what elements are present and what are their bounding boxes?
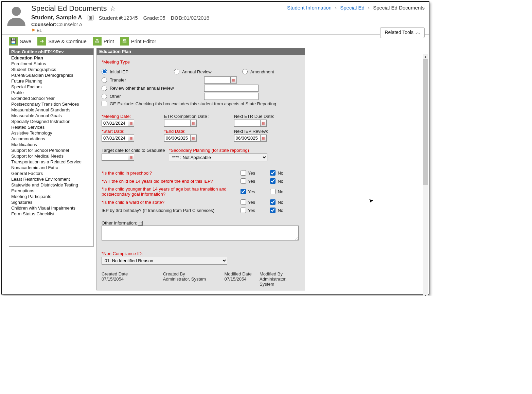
outline-item[interactable]: Measurable Annual Standards bbox=[9, 107, 93, 113]
radio-annual-label: Annual Review bbox=[182, 69, 212, 74]
student-num: 12345 bbox=[124, 15, 138, 21]
outline-item[interactable]: Support for School Personnel bbox=[9, 147, 93, 153]
outline-item[interactable]: Form Status Checklist bbox=[9, 211, 93, 217]
question-label: IEP by 3rd birthday? (If transitioning f… bbox=[102, 208, 241, 213]
yes-checkbox[interactable] bbox=[241, 170, 246, 176]
no-checkbox[interactable] bbox=[270, 189, 276, 194]
other-info-textarea[interactable] bbox=[102, 226, 299, 240]
outline-item[interactable]: Postsecondary Transition Services bbox=[9, 101, 93, 107]
outline-item[interactable]: Signatures bbox=[9, 199, 93, 205]
secondary-planning-select[interactable]: **** : Not Applicable bbox=[169, 154, 267, 161]
calendar-icon[interactable]: ▦ bbox=[191, 135, 197, 142]
no-checkbox[interactable] bbox=[270, 199, 276, 205]
outline-item[interactable]: Accommodations bbox=[9, 136, 93, 142]
scroll-down-icon[interactable]: ▾ bbox=[423, 292, 428, 296]
created-date-value: 07/15/2054 bbox=[102, 276, 163, 282]
plan-outline: Plan Outline ohIEP19Rev Education PlanEn… bbox=[9, 48, 94, 247]
next-etr-label: Next ETR Due Date: bbox=[234, 114, 274, 119]
outline-item[interactable]: Transportation as a Related Service bbox=[9, 159, 93, 165]
other-input[interactable] bbox=[204, 93, 259, 100]
outline-item[interactable]: Assistive Technology bbox=[9, 130, 93, 136]
radio-amendment[interactable] bbox=[242, 69, 248, 74]
noncompliance-select[interactable]: 01: No Identified Reason bbox=[102, 257, 227, 265]
outline-item[interactable]: Modifications bbox=[9, 142, 93, 147]
outline-item[interactable]: Student Demographics bbox=[9, 67, 93, 72]
yes-checkbox[interactable] bbox=[241, 189, 246, 194]
calendar-icon[interactable]: ▦ bbox=[191, 120, 197, 127]
student-name: Student, Sample A bbox=[31, 14, 82, 21]
save-button[interactable]: 💾 Save bbox=[9, 37, 31, 46]
chevron-up-icon: ︿ bbox=[415, 30, 420, 35]
outline-item[interactable]: Meeting Participants bbox=[9, 194, 93, 199]
yes-checkbox[interactable] bbox=[241, 178, 246, 184]
outline-item[interactable]: Exemptions bbox=[9, 188, 93, 194]
calendar-icon[interactable]: ▦ bbox=[231, 76, 237, 84]
radio-initial-iep[interactable] bbox=[102, 69, 107, 74]
transfer-date-input[interactable] bbox=[204, 76, 231, 84]
yes-checkbox[interactable] bbox=[241, 199, 246, 205]
calendar-icon[interactable]: ▦ bbox=[128, 120, 134, 127]
next-iep-input[interactable] bbox=[234, 135, 261, 142]
outline-item[interactable]: Future Planning bbox=[9, 78, 93, 84]
related-tools-button[interactable]: Related Tools︿ bbox=[380, 27, 425, 38]
meeting-date-input[interactable] bbox=[102, 120, 128, 127]
radio-review-other[interactable] bbox=[102, 86, 107, 91]
expand-icon[interactable]: ⬚ bbox=[138, 221, 143, 226]
outline-item[interactable]: Education Plan bbox=[9, 55, 93, 61]
meeting-type-label: *Meeting Type bbox=[102, 59, 300, 65]
outline-item[interactable]: Profile bbox=[9, 90, 93, 95]
etr-completion-input[interactable] bbox=[164, 120, 191, 127]
star-icon[interactable]: ☆ bbox=[110, 4, 116, 13]
radio-other[interactable] bbox=[102, 94, 107, 99]
outline-item[interactable]: Parent/Guardian Demographics bbox=[9, 72, 93, 78]
radio-annual-review[interactable] bbox=[174, 69, 179, 74]
next-etr-input[interactable] bbox=[234, 120, 261, 127]
calendar-icon[interactable]: ▦ bbox=[261, 135, 267, 142]
radio-amendment-label: Amendment bbox=[250, 69, 274, 74]
ge-exclude-label: GE Exclude: Checking this box excludes t… bbox=[110, 101, 276, 106]
start-date-input[interactable] bbox=[102, 135, 128, 142]
no-checkbox[interactable] bbox=[270, 170, 276, 176]
no-checkbox[interactable] bbox=[270, 208, 276, 213]
outline-item[interactable]: General Factors bbox=[9, 171, 93, 176]
target-grad-input[interactable] bbox=[102, 154, 128, 161]
ge-exclude-checkbox[interactable] bbox=[102, 101, 107, 106]
calendar-icon[interactable]: ▦ bbox=[261, 120, 267, 127]
noncompliance-label: *Non Compliance ID: bbox=[102, 251, 300, 256]
calendar-icon[interactable]: ▦ bbox=[128, 154, 134, 161]
no-checkbox[interactable] bbox=[270, 178, 276, 184]
target-grad-label: Target date for child to Graduate bbox=[102, 148, 165, 153]
scroll-thumb[interactable] bbox=[423, 59, 428, 185]
outline-item[interactable]: Specially Designed Instruction bbox=[9, 119, 93, 124]
review-other-input[interactable] bbox=[204, 85, 259, 92]
other-info-label: Other Information:⬚ bbox=[102, 220, 143, 226]
breadcrumb-link-2[interactable]: Special Ed bbox=[340, 5, 365, 11]
yes-label: Yes bbox=[248, 171, 255, 176]
calendar-icon[interactable]: ▦ bbox=[128, 135, 134, 142]
outline-item[interactable]: Enrollment Status bbox=[9, 61, 93, 67]
breadcrumb-link-1[interactable]: Student Information bbox=[287, 5, 332, 11]
outline-item[interactable]: Nonacademic and Extra. bbox=[9, 165, 93, 171]
breadcrumb-current: Special Ed Documents bbox=[373, 5, 425, 11]
outline-item[interactable]: Least Restrictive Environment bbox=[9, 176, 93, 182]
end-date-input[interactable] bbox=[164, 135, 191, 142]
print-editor-button[interactable]: 🖶 Print Editor bbox=[120, 37, 156, 46]
outline-item[interactable]: Extended School Year bbox=[9, 95, 93, 101]
modified-by-label: Modified By bbox=[260, 271, 300, 276]
outline-item[interactable]: Related Services bbox=[9, 124, 93, 130]
scrollbar[interactable]: ▴ ▾ bbox=[423, 59, 428, 292]
outline-item[interactable]: Statewide and Districtwide Testing bbox=[9, 182, 93, 188]
save-continue-button[interactable]: ➜ Save & Continue bbox=[37, 37, 87, 46]
outline-item[interactable]: Support for Medical Needs bbox=[9, 153, 93, 159]
yes-label: Yes bbox=[248, 179, 255, 184]
outline-item[interactable]: Children with Visual Impairments bbox=[9, 205, 93, 211]
radio-transfer[interactable] bbox=[102, 77, 107, 83]
arrow-right-icon: ➜ bbox=[37, 37, 46, 46]
person-badge-icon[interactable]: ▣ bbox=[88, 15, 93, 20]
scroll-up-icon[interactable]: ▴ bbox=[423, 54, 428, 59]
no-label: No bbox=[278, 171, 283, 176]
yes-checkbox[interactable] bbox=[241, 208, 246, 213]
outline-item[interactable]: Measurable Annual Goals bbox=[9, 113, 93, 119]
outline-item[interactable]: Special Factors bbox=[9, 84, 93, 90]
print-button[interactable]: 🖶 Print bbox=[93, 37, 114, 46]
